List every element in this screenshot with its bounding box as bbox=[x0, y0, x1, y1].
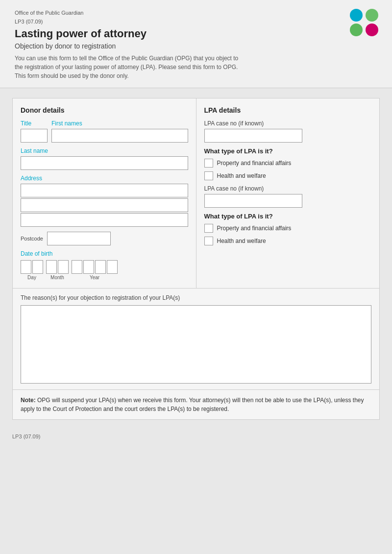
logo bbox=[350, 9, 378, 38]
dob-section: Date of birth Day bbox=[21, 250, 188, 280]
logo-dot-pink bbox=[366, 24, 378, 36]
page-title: Lasting power of attorney bbox=[15, 27, 377, 40]
lpa-case-no-2-input[interactable] bbox=[204, 194, 302, 208]
address-block bbox=[21, 184, 188, 227]
header-meta-line2: LP3 (07.09) bbox=[15, 19, 377, 24]
dob-year-box4[interactable] bbox=[107, 260, 118, 274]
note-text: Note: OPG will suspend your LPA(s) when … bbox=[21, 396, 371, 413]
dob-month-box2[interactable] bbox=[58, 260, 69, 274]
lpa-type-1-option1-label: Property and financial affairs bbox=[217, 160, 292, 167]
donor-details-col: Donor details Title First names Last nam… bbox=[13, 98, 196, 288]
lpa-type-1-option2-label: Health and welfare bbox=[217, 172, 266, 179]
title-label: Title bbox=[21, 120, 48, 127]
dob-label: Date of birth bbox=[21, 250, 188, 257]
dob-year-label: Year bbox=[90, 275, 99, 280]
last-name-group: Last name bbox=[21, 147, 188, 170]
note-body: OPG will suspend your LPA(s) when we rec… bbox=[21, 397, 364, 412]
donor-section-title: Donor details bbox=[21, 106, 188, 114]
dob-month-label: Month bbox=[50, 275, 64, 280]
last-name-input[interactable] bbox=[21, 156, 188, 170]
title-input[interactable] bbox=[21, 129, 48, 143]
title-field-group: Title bbox=[21, 120, 48, 143]
dob-month-box1[interactable] bbox=[46, 260, 57, 274]
address-label: Address bbox=[21, 175, 188, 182]
lpa-type-2-option1-label: Property and financial affairs bbox=[217, 225, 292, 232]
lpa-type-2-option2-row: Health and welfare bbox=[204, 237, 372, 245]
lpa-case-no-1-input[interactable] bbox=[204, 129, 302, 143]
dob-day-boxes bbox=[21, 260, 43, 274]
header-desc-2: the registration of your lasting power o… bbox=[15, 63, 377, 72]
reasons-label: The reason(s) for your objection to regi… bbox=[21, 294, 371, 301]
header-desc-1: You can use this form to tell the Office… bbox=[15, 54, 377, 63]
lpa-type-1-option1-checkbox[interactable] bbox=[204, 159, 213, 168]
dob-year-box1[interactable] bbox=[72, 260, 82, 274]
two-col-section: Donor details Title First names Last nam… bbox=[13, 98, 379, 289]
title-firstname-row: Title First names bbox=[21, 120, 188, 143]
dob-day-label: Day bbox=[27, 275, 36, 280]
lpa-type-2-option1-checkbox[interactable] bbox=[204, 224, 213, 233]
firstname-field-group: First names bbox=[51, 120, 188, 143]
lpa-case-no-1-group: LPA case no (if known) bbox=[204, 120, 372, 143]
postcode-row: Postcode bbox=[21, 232, 188, 245]
address-group: Address bbox=[21, 175, 188, 227]
footer-text: LP3 (07.09) bbox=[12, 434, 40, 439]
lpa-type-2-option1-row: Property and financial affairs bbox=[204, 224, 372, 233]
last-name-label: Last name bbox=[21, 147, 188, 154]
header-desc-3: This form should be used by the donor on… bbox=[15, 72, 377, 80]
header-meta-line1: Office of the Public Guardian bbox=[15, 10, 377, 16]
reasons-textarea[interactable] bbox=[21, 305, 371, 384]
dob-year-box2[interactable] bbox=[83, 260, 94, 274]
lpa-type-1-option2-row: Health and welfare bbox=[204, 171, 372, 180]
dob-day-box2[interactable] bbox=[32, 260, 43, 274]
address-line1-input[interactable] bbox=[21, 184, 188, 197]
reasons-section: The reason(s) for your objection to regi… bbox=[13, 289, 379, 390]
postcode-label: Postcode bbox=[21, 236, 43, 241]
note-bold: Note: bbox=[21, 397, 36, 404]
logo-dot-green2 bbox=[350, 24, 363, 36]
dob-day-group: Day bbox=[21, 260, 43, 280]
dob-month-group: Month bbox=[46, 260, 69, 280]
first-names-label: First names bbox=[51, 120, 188, 127]
footer: LP3 (07.09) bbox=[0, 430, 392, 443]
first-names-input[interactable] bbox=[51, 129, 188, 143]
address-line3-input[interactable] bbox=[21, 213, 188, 227]
lpa-case-no-2-label: LPA case no (if known) bbox=[204, 185, 372, 192]
note-section: Note: OPG will suspend your LPA(s) when … bbox=[13, 390, 379, 419]
form-container: Donor details Title First names Last nam… bbox=[12, 98, 380, 420]
dob-year-group: Year bbox=[72, 260, 118, 280]
dob-day-box1[interactable] bbox=[21, 260, 31, 274]
dob-month-boxes bbox=[46, 260, 69, 274]
page-subtitle: Objection by donor to registration bbox=[15, 42, 377, 50]
lpa-type-1-title: What type of LPA is it? bbox=[204, 147, 372, 155]
lpa-type-2-option2-checkbox[interactable] bbox=[204, 237, 213, 245]
dob-year-boxes bbox=[72, 260, 118, 274]
logo-dot-blue bbox=[350, 9, 363, 22]
postcode-input[interactable] bbox=[47, 232, 111, 245]
lpa-case-no-1-label: LPA case no (if known) bbox=[204, 120, 372, 127]
dob-fields: Day Month bbox=[21, 260, 188, 280]
lpa-details-col: LPA details LPA case no (if known) What … bbox=[196, 98, 380, 288]
address-line2-input[interactable] bbox=[21, 198, 188, 212]
lpa-type-2-option2-label: Health and welfare bbox=[217, 238, 266, 244]
lpa-type-1-option1-row: Property and financial affairs bbox=[204, 159, 372, 168]
lpa-section-title: LPA details bbox=[204, 106, 372, 114]
lpa-case-no-2-group: LPA case no (if known) bbox=[204, 185, 372, 208]
logo-dot-green bbox=[366, 9, 378, 22]
dob-year-box3[interactable] bbox=[95, 260, 106, 274]
lpa-type-2-title: What type of LPA is it? bbox=[204, 213, 372, 220]
lpa-type-1-option2-checkbox[interactable] bbox=[204, 171, 213, 180]
